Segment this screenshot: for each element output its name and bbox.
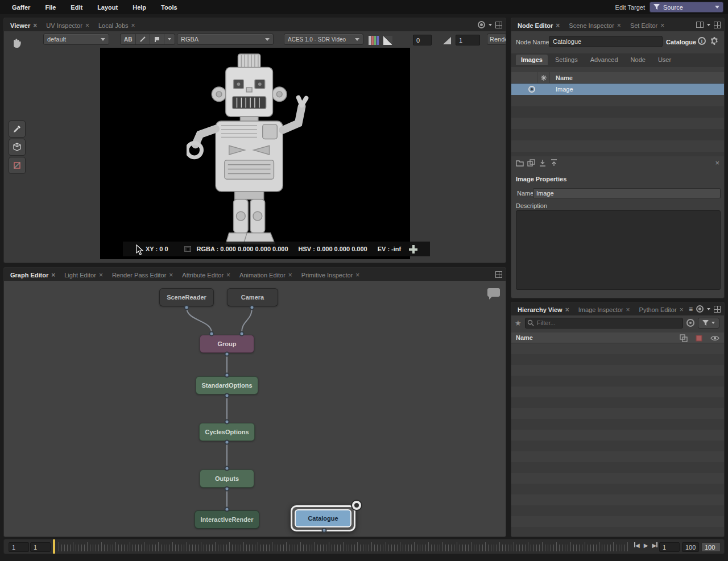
node-port[interactable]: [322, 528, 327, 533]
view-select-dropdown[interactable]: default: [43, 34, 109, 45]
range-start-field[interactable]: [9, 542, 29, 552]
clear-images-icon[interactable]: ×: [715, 159, 719, 167]
close-icon[interactable]: ×: [617, 22, 621, 29]
close-icon[interactable]: ×: [626, 306, 630, 313]
wipe-tool-button[interactable]: [136, 34, 150, 44]
channel-select-dropdown[interactable]: RGBA: [177, 34, 274, 45]
close-icon[interactable]: ×: [556, 22, 560, 29]
node-port[interactable]: [184, 305, 189, 310]
chevron-down-icon[interactable]: [707, 24, 710, 26]
play-button[interactable]: ▶: [644, 542, 648, 548]
node-port[interactable]: [225, 373, 230, 378]
node-port[interactable]: [225, 466, 230, 471]
chevron-down-icon[interactable]: [489, 24, 492, 26]
node-camera[interactable]: Camera: [227, 288, 278, 306]
node-name-input[interactable]: [549, 36, 663, 47]
close-icon[interactable]: ×: [99, 272, 103, 279]
render-button[interactable]: Render: [487, 34, 506, 45]
compare-image-button[interactable]: [150, 34, 164, 44]
close-icon[interactable]: ×: [51, 272, 55, 279]
node-interactiverender[interactable]: InteractiveRender: [195, 510, 259, 529]
skip-end-button[interactable]: ▶: [652, 542, 657, 548]
add-to-catalogue-icon[interactable]: [409, 245, 417, 254]
gamma-field[interactable]: [456, 35, 480, 45]
tab-light-editor[interactable]: Light Editor×: [60, 269, 107, 281]
node-port[interactable]: [225, 487, 230, 492]
tab-attribute-editor[interactable]: Attribute Editor×: [177, 269, 235, 281]
layout-grid-icon[interactable]: [714, 306, 721, 313]
crop-window-button[interactable]: [9, 157, 26, 174]
tab-scene-inspector[interactable]: Scene Inspector×: [564, 19, 626, 31]
tab-animation-editor[interactable]: Animation Editor×: [235, 269, 297, 281]
menu-layout[interactable]: Layout: [90, 4, 125, 11]
end-frame-field[interactable]: [701, 542, 721, 552]
node-port[interactable]: [225, 440, 230, 445]
tab-image-inspector[interactable]: Image Inspector×: [574, 304, 635, 315]
node-scenereader[interactable]: SceneReader: [159, 288, 214, 306]
node-outputs[interactable]: Outputs: [200, 469, 254, 488]
menu-gaffer[interactable]: Gaffer: [5, 4, 38, 11]
frame-entry-field[interactable]: [659, 542, 680, 552]
focus-indicator[interactable]: [351, 500, 362, 511]
tab-list-icon[interactable]: ≡: [689, 306, 693, 313]
focus-target-icon[interactable]: [478, 21, 485, 28]
compare-dropdown[interactable]: [164, 34, 175, 44]
tab-set-editor[interactable]: Set Editor×: [626, 19, 669, 31]
close-icon[interactable]: ×: [33, 22, 37, 29]
tab-hierarchy-view[interactable]: Hierarchy View×: [513, 304, 574, 315]
tab-python-editor[interactable]: Python Editor×: [635, 304, 688, 315]
subtab-advanced[interactable]: Advanced: [585, 55, 623, 65]
close-icon[interactable]: ×: [680, 306, 684, 313]
close-icon[interactable]: ×: [169, 272, 173, 279]
bookmark-star-icon[interactable]: ★: [515, 319, 522, 327]
gamma-ramp-icon[interactable]: [443, 37, 451, 44]
close-icon[interactable]: ×: [565, 306, 569, 313]
inspect-geometry-button[interactable]: [9, 139, 26, 156]
table-row-image[interactable]: Image: [511, 84, 725, 95]
new-image-icon[interactable]: [516, 159, 524, 167]
skip-start-button[interactable]: ◀: [634, 542, 640, 548]
node-catalogue[interactable]: Catalogue: [295, 509, 351, 527]
node-port[interactable]: [250, 305, 255, 310]
close-icon[interactable]: ×: [226, 272, 230, 279]
playhead-marker[interactable]: [53, 539, 55, 554]
color-picker-button[interactable]: [9, 120, 26, 138]
range-end-field[interactable]: [682, 542, 699, 552]
annotation-note-icon[interactable]: [487, 288, 500, 297]
menu-edit[interactable]: Edit: [63, 4, 90, 11]
display-transform-dropdown[interactable]: ACES 1.0 - SDR Video: [284, 34, 363, 45]
clipping-toggle-icon[interactable]: [383, 36, 392, 45]
close-icon[interactable]: ×: [131, 22, 135, 29]
menu-file[interactable]: File: [38, 4, 63, 11]
node-port[interactable]: [225, 352, 230, 357]
extract-image-icon[interactable]: [550, 159, 558, 167]
layout-grid-icon[interactable]: [495, 22, 502, 28]
pan-hand-icon[interactable]: [10, 35, 23, 49]
info-icon[interactable]: [698, 37, 706, 45]
tab-render-pass-editor[interactable]: Render Pass Editor×: [107, 269, 177, 281]
duplicate-image-icon[interactable]: [527, 159, 535, 167]
filter-input[interactable]: [525, 318, 683, 329]
subtab-user[interactable]: User: [653, 55, 676, 65]
subtab-node[interactable]: Node: [626, 55, 651, 65]
tab-uv-inspector[interactable]: UV Inspector×: [42, 19, 94, 31]
subtab-images[interactable]: Images: [516, 55, 548, 65]
node-port[interactable]: [209, 331, 214, 336]
image-name-input[interactable]: [533, 188, 721, 198]
channel-solo-icon[interactable]: [369, 36, 379, 45]
tab-local-jobs[interactable]: Local Jobs×: [94, 19, 140, 31]
close-icon[interactable]: ×: [660, 22, 664, 29]
current-frame-field[interactable]: [30, 542, 51, 552]
node-port[interactable]: [239, 331, 245, 336]
edit-target-source-dropdown[interactable]: Source: [650, 2, 723, 13]
menu-help[interactable]: Help: [125, 4, 154, 11]
node-port[interactable]: [225, 393, 230, 398]
pin-editor-icon[interactable]: [696, 22, 704, 28]
layers-column-icon[interactable]: [680, 334, 688, 342]
export-image-icon[interactable]: [539, 159, 547, 167]
history-icon[interactable]: [686, 319, 694, 327]
close-icon[interactable]: ×: [355, 272, 359, 279]
render-viewport[interactable]: [100, 48, 410, 259]
node-port[interactable]: [225, 419, 230, 425]
inclusions-column-icon[interactable]: [695, 334, 703, 342]
